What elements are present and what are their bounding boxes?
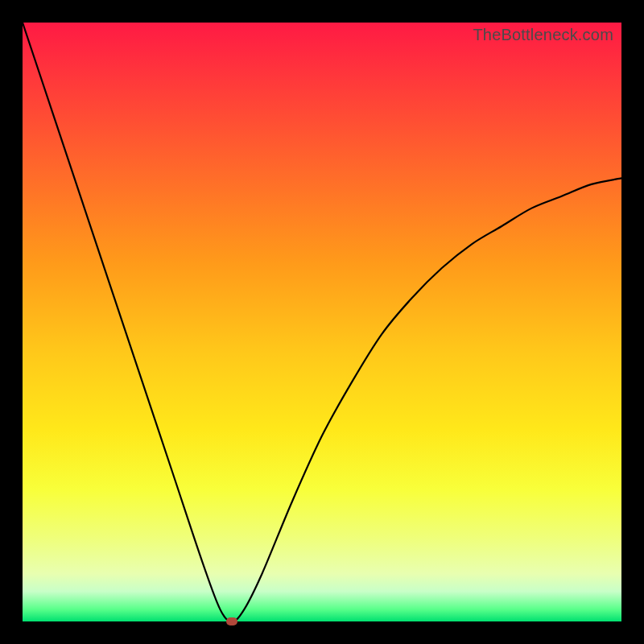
- minimum-marker: [226, 617, 237, 625]
- chart-frame: TheBottleneck.com: [0, 0, 644, 644]
- curve-layer: [23, 23, 621, 621]
- plot-area: TheBottleneck.com: [23, 23, 621, 621]
- bottleneck-curve: [23, 23, 621, 621]
